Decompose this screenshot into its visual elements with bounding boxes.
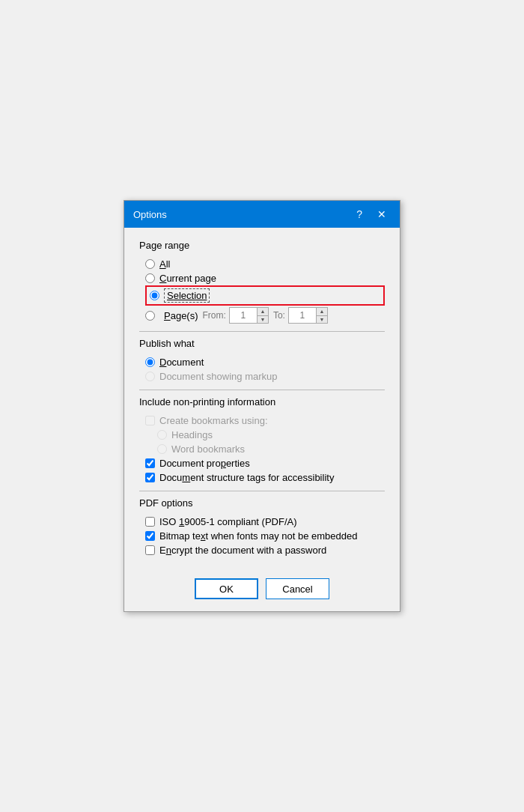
selection-radio[interactable] [150,291,159,300]
create-bookmarks-checkbox-item: Create bookmarks using: [145,413,385,428]
iso-checkbox-item: ISO 19005-1 compliant (PDF/A) [145,515,385,529]
non-printing-header: Include non-printing information [139,396,385,407]
pages-radio[interactable] [145,311,155,321]
to-spinner: ▲ ▼ [288,307,328,324]
doc-structure-checkbox[interactable] [145,473,155,482]
from-down-btn[interactable]: ▼ [258,315,268,323]
options-dialog: Options ? ✕ Page range All Current page [124,200,400,612]
doc-structure-label[interactable]: Document structure tags for accessibilit… [159,472,334,483]
bitmap-checkbox[interactable] [145,531,155,541]
pdf-options-section: PDF options ISO 19005-1 compliant (PDF/A… [139,497,385,557]
to-group: To: ▲ ▼ [273,307,328,324]
non-printing-section: Include non-printing information Create … [139,396,385,485]
encrypt-checkbox[interactable] [145,545,155,555]
headings-radio [157,430,167,440]
create-bookmarks-checkbox [145,416,155,425]
publish-what-header: Publish what [139,338,385,349]
document-markup-radio [145,372,155,381]
word-bookmarks-label: Word bookmarks [171,443,245,455]
bitmap-label[interactable]: Bitmap text when fonts may not be embedd… [159,530,358,542]
to-label: To: [273,310,285,321]
iso-label[interactable]: ISO 19005-1 compliant (PDF/A) [159,516,297,527]
document-radio[interactable] [145,357,155,367]
document-radio-item: Document [145,355,385,369]
doc-structure-checkbox-item: Document structure tags for accessibilit… [145,470,385,485]
help-button[interactable]: ? [352,207,367,221]
current-page-radio[interactable] [145,273,155,283]
to-down-btn[interactable]: ▼ [317,315,327,323]
to-up-btn[interactable]: ▲ [317,308,327,315]
ok-button[interactable]: OK [195,578,258,599]
all-radio[interactable] [145,259,155,269]
encrypt-checkbox-item: Encrypt the document with a password [145,543,385,557]
bitmap-checkbox-item: Bitmap text when fonts may not be embedd… [145,529,385,543]
all-radio-item: All [145,257,385,271]
to-spinner-btns: ▲ ▼ [316,308,327,323]
cancel-button[interactable]: Cancel [266,578,329,599]
headings-label: Headings [171,429,213,440]
dialog-body: Page range All Current page Selection [124,228,400,569]
to-input[interactable] [289,309,316,321]
document-label[interactable]: Document [159,357,204,368]
from-input[interactable] [230,309,257,321]
title-bar-controls: ? ✕ [352,207,391,221]
create-bookmarks-label: Create bookmarks using: [159,415,268,426]
dialog-footer: OK Cancel [124,569,400,611]
word-bookmarks-radio [157,444,167,454]
all-label[interactable]: All [159,258,170,270]
page-range-section: Page range All Current page Selection [139,240,385,325]
selection-label[interactable]: Selection [164,288,210,303]
from-label: From: [203,310,226,321]
selection-radio-item: Selection [145,285,385,306]
doc-properties-checkbox-item: Document properties [145,456,385,470]
headings-radio-item: Headings [157,428,385,442]
close-button[interactable]: ✕ [373,207,391,221]
current-page-radio-item: Current page [145,271,385,285]
from-up-btn[interactable]: ▲ [258,308,268,315]
pdf-options-header: PDF options [139,497,385,509]
from-spinner: ▲ ▼ [229,307,269,324]
doc-properties-label[interactable]: Document properties [159,458,250,469]
doc-properties-checkbox[interactable] [145,458,155,468]
divider-2 [139,390,385,390]
current-page-label[interactable]: Current page [159,273,216,284]
encrypt-label[interactable]: Encrypt the document with a password [159,545,326,556]
pages-label[interactable]: Page(s) [164,310,198,321]
title-bar: Options ? ✕ [124,201,400,228]
document-markup-label: Document showing markup [159,371,278,382]
page-range-header: Page range [139,240,385,251]
document-markup-radio-item: Document showing markup [145,369,385,384]
divider-1 [139,331,385,332]
publish-what-section: Publish what Document Document showing m… [139,338,385,384]
word-bookmarks-radio-item: Word bookmarks [157,442,385,456]
dialog-title: Options [133,209,167,220]
iso-checkbox[interactable] [145,517,155,527]
from-spinner-btns: ▲ ▼ [257,308,268,323]
pages-radio-item: Page(s) From: ▲ ▼ To: [145,306,385,325]
divider-3 [139,491,385,491]
from-group: From: ▲ ▼ [203,307,269,324]
